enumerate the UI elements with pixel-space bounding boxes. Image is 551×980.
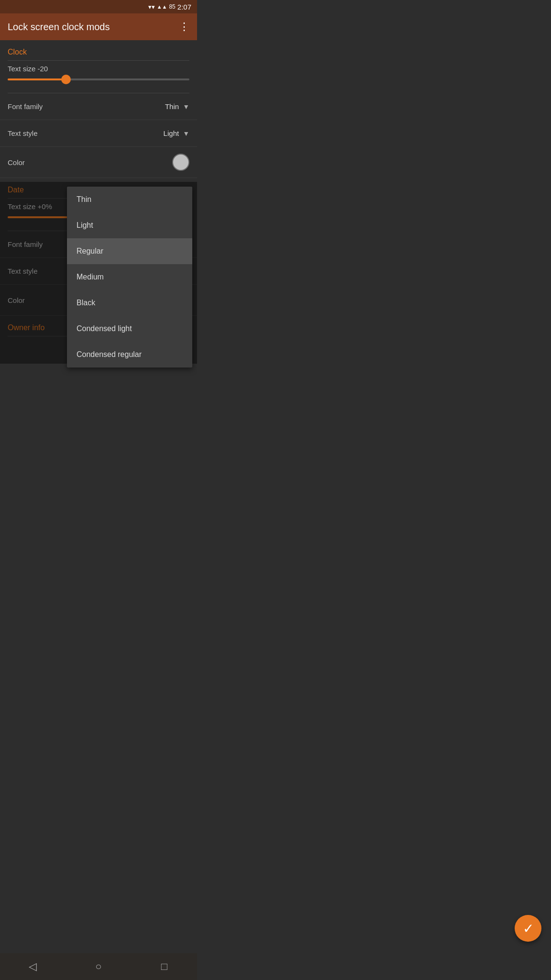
app-title: Lock screen clock mods: [8, 22, 110, 33]
clock-text-style-label: Text style: [8, 129, 38, 137]
clock-font-family-selected: Thin: [165, 102, 179, 111]
clock-text-style-arrow: ▼: [183, 130, 189, 137]
signal-icon: ▲▲: [157, 4, 167, 10]
clock-text-style-row[interactable]: Text style Light ▼: [0, 120, 197, 147]
wifi-icon: ▾▾: [148, 3, 155, 11]
status-bar: ▾▾ ▲▲ 85 2:07: [0, 0, 197, 13]
font-family-dropdown[interactable]: Thin Light Regular Medium Black Condense…: [67, 187, 192, 368]
clock-text-size-track[interactable]: [8, 78, 189, 80]
clock-text-size-fill: [8, 78, 66, 80]
dropdown-item-light[interactable]: Light: [67, 212, 192, 238]
dropdown-item-thin[interactable]: Thin: [67, 187, 192, 212]
dropdown-item-regular[interactable]: Regular: [67, 238, 192, 264]
clock-text-style-value: Light ▼: [164, 129, 189, 137]
clock-color-swatch[interactable]: [172, 154, 189, 171]
dropdown-item-black[interactable]: Black: [67, 290, 192, 316]
clock-section-header: Clock: [0, 40, 197, 60]
clock-text-size-thumb[interactable]: [61, 75, 71, 84]
clock-text-size-label: Text size -20: [8, 65, 189, 73]
clock-font-family-row[interactable]: Font family Thin ▼: [0, 93, 197, 120]
status-time: 2:07: [177, 3, 191, 11]
clock-font-family-arrow: ▼: [183, 103, 189, 111]
dropdown-item-condensed-regular[interactable]: Condensed regular: [67, 342, 192, 368]
clock-text-style-selected: Light: [164, 129, 179, 137]
dropdown-item-condensed-light[interactable]: Condensed light: [67, 316, 192, 342]
clock-font-family-label: Font family: [8, 102, 43, 111]
status-icons: ▾▾ ▲▲ 85 2:07: [148, 3, 191, 11]
clock-color-label: Color: [8, 158, 25, 167]
clock-text-size-container: Text size -20: [0, 61, 197, 93]
clock-color-row[interactable]: Color: [0, 147, 197, 178]
battery-icon: 85: [169, 3, 175, 10]
dropdown-item-medium[interactable]: Medium: [67, 264, 192, 290]
app-bar: Lock screen clock mods ⋮: [0, 13, 197, 40]
more-menu-icon[interactable]: ⋮: [179, 21, 189, 33]
clock-font-family-value: Thin ▼: [165, 102, 189, 111]
